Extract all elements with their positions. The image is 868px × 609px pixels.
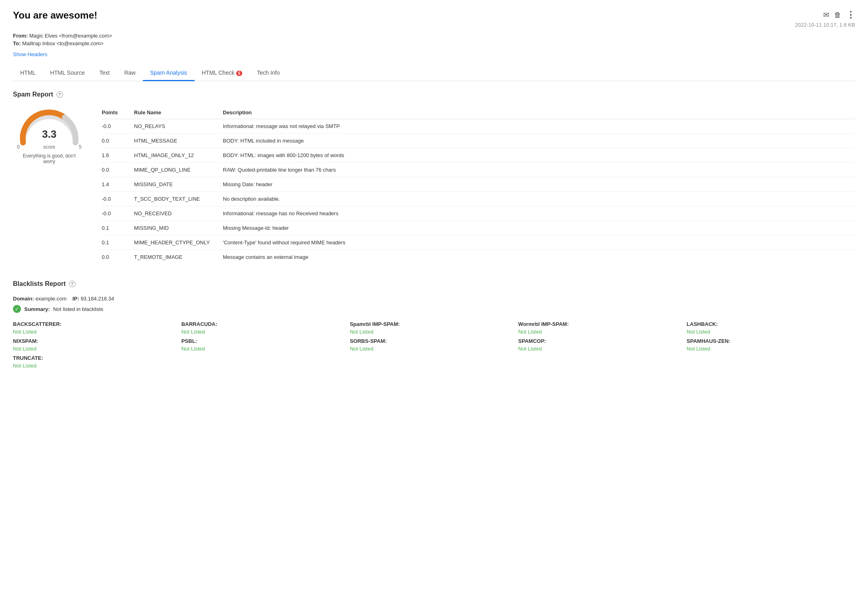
table-row: 1.6 HTML_IMAGE_ONLY_12 BODY: HTML: image…	[102, 148, 855, 163]
tab-html[interactable]: HTML	[13, 65, 43, 81]
cell-description: Message contains an external image	[223, 250, 855, 265]
blacklist-label: TRUNCATE:	[13, 355, 181, 361]
cell-rule: NO_RECEIVED	[134, 206, 223, 221]
col-header-description: Description	[223, 106, 855, 119]
more-icon[interactable]: ⋮	[846, 10, 855, 20]
show-headers-link[interactable]: Show Headers	[13, 51, 47, 57]
blacklist-item: Wormrbl IMP-SPAM: Not Listed	[518, 321, 687, 335]
table-row: 0.0 MIME_QP_LONG_LINE RAW: Quoted-printa…	[102, 163, 855, 177]
blacklist-item: SORBS-SPAM: Not Listed	[350, 338, 518, 352]
cell-points: 1.4	[102, 177, 134, 192]
gauge-visual: 3.3	[17, 106, 82, 143]
blacklist-item: SPAMCOP: Not Listed	[518, 338, 687, 352]
blacklist-label: Wormrbl IMP-SPAM:	[518, 321, 687, 327]
from-value: Magic Elves <from@example.com>	[29, 33, 112, 39]
tabs-bar: HTML HTML Source Text Raw Spam Analysis …	[13, 65, 855, 81]
cell-description: No description available.	[223, 192, 855, 206]
cell-rule: T_SCC_BODY_TEXT_LINE	[134, 192, 223, 206]
cell-description: RAW: Quoted-printable line longer than 7…	[223, 163, 855, 177]
blacklist-label: LASHBACK:	[687, 321, 855, 327]
cell-points: 0.0	[102, 163, 134, 177]
tab-spam-analysis[interactable]: Spam Analysis	[143, 65, 195, 81]
cell-description: BODY: HTML: images with 800-1200 bytes o…	[223, 148, 855, 163]
cell-description: Informational: message was not relayed v…	[223, 119, 855, 134]
blacklist-item: TRUNCATE: Not Listed	[13, 355, 181, 369]
blacklist-value: Not Listed	[350, 346, 518, 352]
spam-report-layout: 3.3 0 score 5 Everything is good, don't …	[13, 106, 855, 264]
cell-points: -0.0	[102, 192, 134, 206]
cell-points: 0.0	[102, 134, 134, 148]
header-left: You are awesome!	[13, 10, 97, 21]
tab-text[interactable]: Text	[92, 65, 117, 81]
blacklist-value: Not Listed	[181, 329, 350, 335]
header-actions: ✉ 🗑 ⋮	[823, 10, 855, 20]
blacklist-item: PSBL: Not Listed	[181, 338, 350, 352]
table-row: 0.1 MISSING_MID Missing Message-Id: head…	[102, 221, 855, 235]
cell-description: BODY: HTML included in message	[223, 134, 855, 148]
gauge-message: Everything is good, don't worry	[17, 153, 82, 164]
check-icon: ✓	[13, 305, 21, 313]
cell-points: 1.6	[102, 148, 134, 163]
blacklists-summary: ✓ Summary: Not listed in blacklists	[13, 305, 855, 313]
ip-value: 93.184.216.34	[81, 296, 114, 302]
header-right: ✉ 🗑 ⋮ 2022-10-11 10:17, 1.6 KB	[795, 10, 855, 28]
tab-raw[interactable]: Raw	[117, 65, 143, 81]
html-check-badge: 6	[236, 71, 243, 76]
domain-value: example.com	[36, 296, 67, 302]
cell-description: 'Content-Type' found without required MI…	[223, 235, 855, 250]
blacklist-label: SPAMCOP:	[518, 338, 687, 344]
blacklist-label: PSBL:	[181, 338, 350, 344]
blacklist-value: Not Listed	[13, 346, 181, 352]
email-from: From: Magic Elves <from@example.com>	[13, 33, 855, 39]
blacklist-item: NIXSPAM: Not Listed	[13, 338, 181, 352]
blacklist-value: Not Listed	[13, 329, 181, 335]
blacklist-item: LASHBACK: Not Listed	[687, 321, 855, 335]
svg-text:3.3: 3.3	[42, 128, 57, 140]
blacklist-label: SPAMHAUS-ZEN:	[687, 338, 855, 344]
cell-points: 0.1	[102, 221, 134, 235]
blacklist-value: Not Listed	[350, 329, 518, 335]
forward-icon[interactable]: ✉	[823, 10, 829, 19]
blacklists-section: Blacklists Report ? Domain: example.com …	[13, 280, 855, 369]
cell-rule: HTML_MESSAGE	[134, 134, 223, 148]
cell-points: -0.0	[102, 119, 134, 134]
blacklist-item: Spamrbl IMP-SPAM: Not Listed	[350, 321, 518, 335]
cell-rule: MISSING_MID	[134, 221, 223, 235]
table-row: 0.0 T_REMOTE_IMAGE Message contains an e…	[102, 250, 855, 265]
summary-value: Not listed in blacklists	[53, 306, 103, 312]
cell-description: Missing Message-Id: header	[223, 221, 855, 235]
blacklists-title: Blacklists Report ?	[13, 280, 855, 288]
email-header: You are awesome! ✉ 🗑 ⋮ 2022-10-11 10:17,…	[13, 10, 855, 28]
col-header-rule: Rule Name	[134, 106, 223, 119]
spam-gauge: 3.3 0 score 5 Everything is good, don't …	[13, 106, 86, 164]
blacklist-item: BACKSCATTERER: Not Listed	[13, 321, 181, 335]
spam-report-help-icon[interactable]: ?	[57, 91, 63, 98]
summary-label: Summary:	[24, 306, 50, 312]
spam-analysis-content: Spam Report ? 3.3 0 score 5	[13, 81, 855, 378]
tab-tech-info[interactable]: Tech Info	[249, 65, 287, 81]
blacklist-meta: Domain: example.com IP: 93.184.216.34	[13, 296, 855, 302]
cell-points: 0.1	[102, 235, 134, 250]
ip-label: IP:	[72, 296, 79, 302]
table-row: 1.4 MISSING_DATE Missing Date: header	[102, 177, 855, 192]
trash-icon[interactable]: 🗑	[834, 11, 841, 19]
table-row: -0.0 NO_RECEIVED Informational: message …	[102, 206, 855, 221]
email-to: To: Mailtrap Inbox <to@example.com>	[13, 40, 855, 46]
cell-points: 0.0	[102, 250, 134, 265]
blacklist-grid: BACKSCATTERER: Not Listed BARRACUDA: Not…	[13, 321, 855, 369]
blacklists-help-icon[interactable]: ?	[69, 281, 75, 287]
spam-report-title: Spam Report ?	[13, 91, 855, 98]
blacklist-value: Not Listed	[518, 346, 687, 352]
table-row: 0.1 MIME_HEADER_CTYPE_ONLY 'Content-Type…	[102, 235, 855, 250]
tab-html-check[interactable]: HTML Check6	[195, 65, 250, 81]
blacklist-value: Not Listed	[13, 363, 181, 369]
tab-html-source[interactable]: HTML Source	[43, 65, 92, 81]
to-value: Mailtrap Inbox <to@example.com>	[22, 40, 104, 46]
cell-rule: HTML_IMAGE_ONLY_12	[134, 148, 223, 163]
blacklist-value: Not Listed	[687, 329, 855, 335]
email-title: You are awesome!	[13, 10, 97, 21]
blacklist-label: NIXSPAM:	[13, 338, 181, 344]
blacklist-value: Not Listed	[181, 346, 350, 352]
blacklist-label: BARRACUDA:	[181, 321, 350, 327]
domain-label: Domain:	[13, 296, 34, 302]
